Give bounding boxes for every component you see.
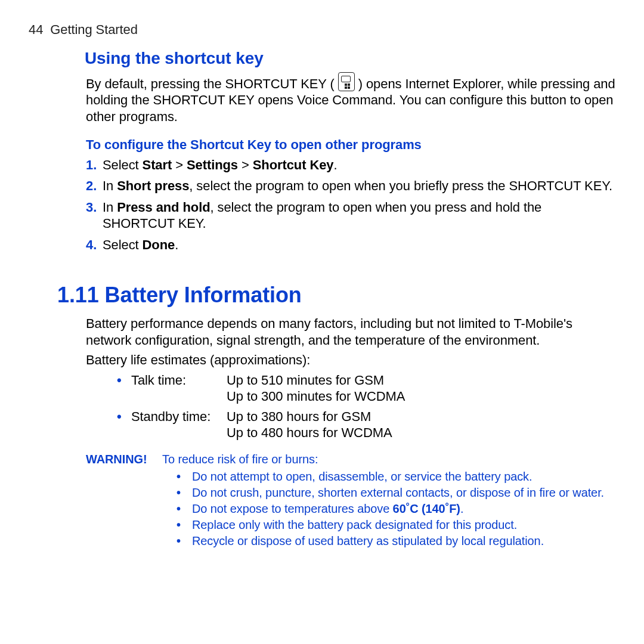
option-press-and-hold: Press and hold xyxy=(117,200,210,215)
text-fragment: In xyxy=(103,178,117,193)
text-fragment: In xyxy=(103,200,117,215)
shortcut-intro-paragraph: By default, pressing the SHORTCUT KEY ( … xyxy=(86,72,615,125)
talk-wcdma: Up to 300 minutes for WCDMA xyxy=(227,388,615,405)
temperature-limit: 60˚C (140˚F) xyxy=(393,502,460,515)
warning-intro: To reduce risk of fire or burns: xyxy=(162,452,615,467)
battery-content: Battery performance depends on many fact… xyxy=(86,315,615,549)
step-3: 3. In Press and hold, select the program… xyxy=(86,199,615,232)
warning-text: Do not crush, puncture, shorten external… xyxy=(192,486,604,499)
text-fragment: . xyxy=(333,157,337,172)
text-fragment: Select xyxy=(103,157,143,172)
bullet-icon: • xyxy=(117,408,122,425)
section-name: Getting Started xyxy=(50,22,137,37)
text-fragment: , select the program to open when you br… xyxy=(189,178,612,193)
warning-label: WARNING! xyxy=(86,452,162,467)
warning-block: WARNING! To reduce risk of fire or burns… xyxy=(86,452,615,549)
text-fragment: > xyxy=(238,157,253,172)
subheading-configure-shortcut: To configure the Shortcut Key to open ot… xyxy=(86,137,615,153)
text-fragment: Select xyxy=(103,237,143,252)
option-short-press: Short press xyxy=(117,178,189,193)
text-fragment: > xyxy=(172,157,187,172)
spec-label: Talk time: xyxy=(131,372,227,405)
bullet-icon: • xyxy=(117,372,122,389)
step-number: 4. xyxy=(86,237,97,253)
bullet-icon: • xyxy=(177,469,181,484)
warning-item: •Do not expose to temperatures above 60˚… xyxy=(177,501,615,516)
bullet-icon: • xyxy=(177,534,181,549)
battery-estimates-label: Battery life estimates (approximations): xyxy=(86,352,615,369)
warning-item: •Replace only with the battery pack desi… xyxy=(177,518,615,532)
spec-talk-time: • Talk time: Up to 510 minutes for GSM U… xyxy=(117,372,615,405)
warning-item: •Recycle or dispose of used battery as s… xyxy=(177,534,615,549)
warning-text: Replace only with the battery pack desig… xyxy=(192,518,517,531)
steps-list: 1. Select Start > Settings > Shortcut Ke… xyxy=(86,157,615,253)
talk-gsm: Up to 510 minutes for GSM xyxy=(227,372,615,389)
action-done: Done xyxy=(143,237,175,252)
warning-item: •Do not attempt to open, disassemble, or… xyxy=(177,469,615,484)
bullet-icon: • xyxy=(177,485,181,500)
text-fragment: . xyxy=(460,502,463,515)
step-1: 1. Select Start > Settings > Shortcut Ke… xyxy=(86,157,615,174)
step-number: 3. xyxy=(86,199,97,216)
bullet-icon: • xyxy=(177,501,181,516)
heading-using-shortcut-key: Using the shortcut key xyxy=(85,48,615,69)
bullet-icon: • xyxy=(177,518,181,532)
standby-gsm: Up to 380 hours for GSM xyxy=(227,408,615,425)
battery-intro-paragraph: Battery performance depends on many fact… xyxy=(86,315,615,348)
shortcut-key-icon xyxy=(338,72,355,91)
page-number: 44 xyxy=(29,22,43,37)
step-2: 2. In Short press, select the program to… xyxy=(86,178,615,194)
text-fragment: By default, pressing the SHORTCUT KEY ( xyxy=(86,76,338,91)
warning-text: Do not attempt to open, disassemble, or … xyxy=(192,470,532,483)
battery-spec-list: • Talk time: Up to 510 minutes for GSM U… xyxy=(117,372,615,441)
step-number: 2. xyxy=(86,178,97,194)
standby-wcdma: Up to 480 hours for WCDMA xyxy=(227,425,615,441)
step-4: 4. Select Done. xyxy=(86,237,615,253)
warning-text: Recycle or dispose of used battery as st… xyxy=(192,534,544,547)
spec-value: Up to 380 hours for GSM Up to 480 hours … xyxy=(227,408,615,441)
document-page: 44 Getting Started Using the shortcut ke… xyxy=(0,0,644,644)
warning-item: •Do not crush, puncture, shorten externa… xyxy=(177,485,615,500)
menu-path-start: Start xyxy=(143,157,172,172)
menu-path-shortcut-key: Shortcut Key xyxy=(253,157,334,172)
spec-value: Up to 510 minutes for GSM Up to 300 minu… xyxy=(227,372,615,405)
running-header: 44 Getting Started xyxy=(29,21,615,38)
heading-battery-information: 1.11 Battery Information xyxy=(57,281,615,308)
body-content: Using the shortcut key By default, press… xyxy=(86,48,615,253)
warning-items: •Do not attempt to open, disassemble, or… xyxy=(177,469,615,549)
text-fragment: . xyxy=(175,237,178,252)
menu-path-settings: Settings xyxy=(187,157,238,172)
spec-label: Standby time: xyxy=(131,408,227,441)
text-fragment: Do not expose to temperatures above xyxy=(192,502,393,515)
spec-standby-time: • Standby time: Up to 380 hours for GSM … xyxy=(117,408,615,441)
step-number: 1. xyxy=(86,157,97,174)
